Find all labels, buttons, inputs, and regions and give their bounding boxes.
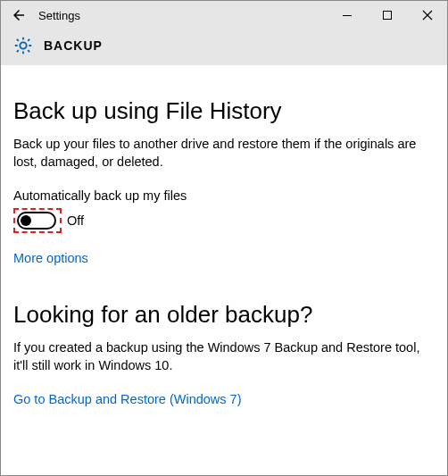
section-body-older-backup: If you created a backup using the Window…	[13, 339, 424, 374]
arrow-left-icon	[11, 7, 27, 23]
content-area: Back up using File History Back up your …	[1, 65, 447, 442]
window-title: Settings	[37, 9, 327, 22]
toggle-label-auto-backup: Automatically back up my files	[13, 188, 435, 203]
section-heading-older-backup: Looking for an older backup?	[13, 301, 435, 329]
toggle-knob	[21, 215, 31, 226]
page-header-label: BACKUP	[44, 38, 103, 53]
section-body-file-history: Back up your files to another drive and …	[13, 136, 424, 171]
minimize-icon	[342, 10, 353, 21]
maximize-button[interactable]	[367, 1, 407, 29]
close-icon	[422, 10, 433, 21]
section-heading-file-history: Back up using File History	[13, 97, 435, 125]
svg-rect-1	[383, 12, 391, 20]
highlight-annotation	[13, 208, 62, 233]
link-more-options[interactable]: More options	[13, 251, 88, 265]
back-button[interactable]	[1, 1, 37, 29]
page-header: BACKUP	[1, 29, 447, 65]
svg-rect-0	[343, 15, 352, 16]
close-button[interactable]	[407, 1, 447, 29]
minimize-button[interactable]	[327, 1, 367, 29]
titlebar: Settings	[1, 1, 447, 29]
toggle-state-label: Off	[67, 213, 84, 228]
maximize-icon	[382, 10, 393, 21]
toggle-row-auto-backup: Off	[13, 208, 435, 233]
toggle-auto-backup[interactable]	[17, 212, 56, 230]
link-backup-restore-win7[interactable]: Go to Backup and Restore (Windows 7)	[13, 392, 241, 406]
window-controls	[327, 1, 447, 29]
gear-icon	[13, 36, 33, 55]
